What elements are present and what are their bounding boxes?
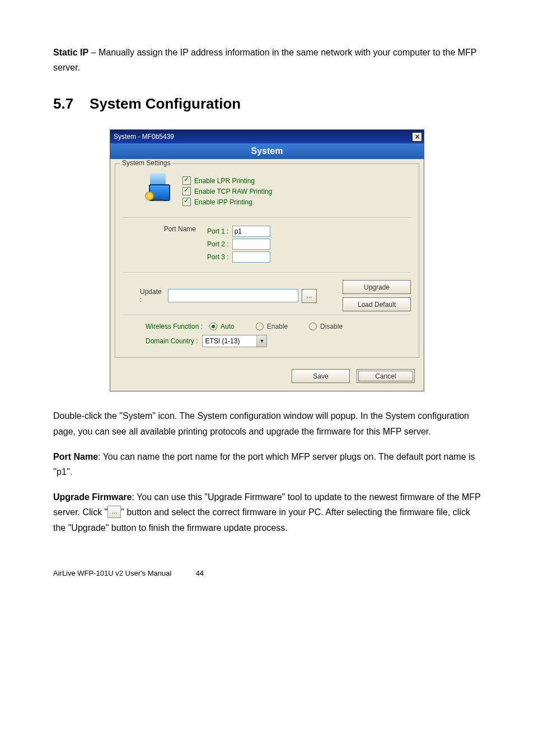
divider xyxy=(123,217,411,218)
paragraph-system: Double-click the "System" icon. The Syst… xyxy=(53,408,481,438)
checkbox-icon xyxy=(182,187,191,195)
section-number: 5.7 xyxy=(53,95,73,112)
upgrade-label: Upgrade Firmware xyxy=(53,492,132,502)
portname-text: : You can name the port name for the por… xyxy=(53,452,475,477)
titlebar-text: System - MF0b5439 xyxy=(114,133,174,141)
save-button[interactable]: Save xyxy=(292,369,350,383)
titlebar: System - MF0b5439 ✕ xyxy=(110,130,424,143)
enable-ipp-checkbox[interactable]: Enable IPP Printing xyxy=(182,198,272,206)
section-heading: 5.7 System Configuration xyxy=(53,95,481,113)
enable-lpr-checkbox[interactable]: Enable LPR Printing xyxy=(182,176,272,185)
divider xyxy=(123,315,411,316)
update-input[interactable] xyxy=(168,289,298,302)
browse-button[interactable]: ... xyxy=(302,289,317,303)
radio-disable-label: Disable xyxy=(320,323,343,330)
radio-disable[interactable] xyxy=(309,323,317,330)
domain-country-select[interactable]: ETSI (1-13) ▼ xyxy=(202,335,267,347)
enable-tcp-label: Enable TCP RAW Printing xyxy=(194,188,272,195)
enable-ipp-label: Enable IPP Printing xyxy=(194,198,252,206)
checkbox-icon xyxy=(182,176,191,185)
paragraph-portname: Port Name: You can name the port name fo… xyxy=(53,449,481,479)
footer-left: AirLive WFP-101U v2 User's Manual xyxy=(53,569,171,577)
port3-input[interactable] xyxy=(232,251,270,263)
close-icon[interactable]: ✕ xyxy=(412,132,422,142)
radio-auto-label: Auto xyxy=(221,323,235,330)
port3-label: Port 3 : xyxy=(207,253,229,261)
portname-label: Port Name xyxy=(53,452,98,461)
footer-page: 44 xyxy=(196,569,204,577)
system-dialog: System - MF0b5439 ✕ System System Settin… xyxy=(110,129,424,391)
port1-input[interactable] xyxy=(232,226,270,237)
update-label: Update : xyxy=(140,288,165,304)
group-legend: System Settings xyxy=(120,159,173,167)
static-ip-text: – Manually assign the IP address informa… xyxy=(53,48,476,72)
browse-icon xyxy=(107,506,121,518)
chevron-down-icon: ▼ xyxy=(256,335,266,347)
load-default-button[interactable]: Load Default xyxy=(343,297,411,311)
radio-auto[interactable] xyxy=(209,323,217,330)
system-icon xyxy=(146,173,172,203)
port2-label: Port 2 : xyxy=(207,240,229,248)
static-ip-label: Static IP xyxy=(53,48,88,57)
radio-enable[interactable] xyxy=(256,323,264,330)
dialog-banner: System xyxy=(110,143,424,159)
port2-input[interactable] xyxy=(232,239,270,250)
section-title: System Configuration xyxy=(90,95,241,112)
checkbox-icon xyxy=(182,198,191,206)
upgrade-button[interactable]: Upgrade xyxy=(343,280,411,294)
domain-country-label: Domain Country : xyxy=(146,337,198,345)
static-ip-paragraph: Static IP – Manually assign the IP addre… xyxy=(53,45,481,75)
radio-enable-label: Enable xyxy=(267,323,288,330)
system-settings-group: System Settings Enable LPR Printing xyxy=(115,164,419,358)
port-name-label: Port Name xyxy=(134,224,196,264)
enable-lpr-label: Enable LPR Printing xyxy=(194,177,255,185)
enable-tcp-checkbox[interactable]: Enable TCP RAW Printing xyxy=(182,187,272,195)
divider xyxy=(123,272,411,273)
footer: AirLive WFP-101U v2 User's Manual 44 xyxy=(53,569,481,577)
port1-label: Port 1 : xyxy=(207,227,229,235)
paragraph-upgrade: Upgrade Firmware: You can use this "Upgr… xyxy=(53,489,481,535)
wireless-function-label: Wireless Function : xyxy=(146,323,203,330)
cancel-button[interactable]: Cancel xyxy=(357,369,415,383)
domain-country-value: ETSI (1-13) xyxy=(205,337,240,345)
